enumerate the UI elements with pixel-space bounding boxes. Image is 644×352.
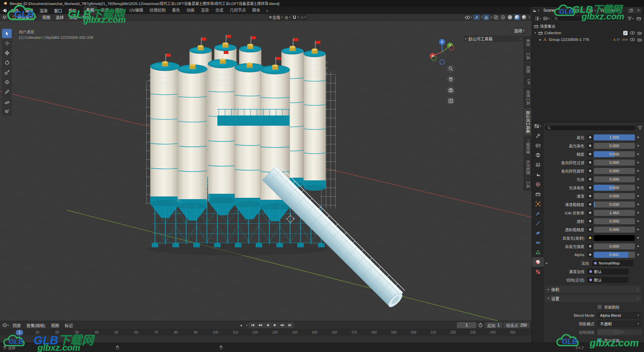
value-slider[interactable]: 1.000 bbox=[594, 134, 635, 140]
value-slider[interactable]: 0.508 bbox=[594, 151, 635, 157]
group-object-row[interactable]: ▶ Group-12233509-1-776 17 4 bbox=[532, 36, 644, 43]
tab-object-data[interactable] bbox=[532, 247, 544, 257]
workspace-tab[interactable]: 布局 bbox=[83, 6, 97, 14]
current-frame-field[interactable]: 1 bbox=[457, 322, 476, 328]
jump-to-start-button[interactable] bbox=[250, 322, 256, 328]
value-slider[interactable]: 0.000 bbox=[594, 143, 635, 149]
workspace-tab[interactable]: 雕刻 bbox=[112, 6, 126, 14]
value-slider[interactable]: 0.000 bbox=[594, 176, 635, 182]
sidebar-tab[interactable]: 材质工具 bbox=[524, 87, 532, 108]
3d-viewport[interactable]: ZYX 用户透视 (1) Collection | Obj3d66-122335… bbox=[0, 21, 532, 321]
menubar-menu[interactable]: 窗口 bbox=[51, 7, 65, 14]
tab-modifiers[interactable] bbox=[532, 209, 544, 218]
scale-tool[interactable] bbox=[2, 68, 12, 77]
tab-output[interactable] bbox=[532, 150, 544, 160]
tab-particles[interactable] bbox=[532, 218, 544, 228]
tab-material[interactable] bbox=[532, 257, 544, 267]
proportional-editing-toggle[interactable]: ○▾ bbox=[300, 14, 306, 20]
hide-eye-icon[interactable] bbox=[630, 31, 635, 35]
menubar-menu[interactable]: 编辑 bbox=[22, 7, 36, 14]
outliner-scope-button[interactable]: ▾ bbox=[543, 16, 550, 21]
decorator-button[interactable] bbox=[587, 235, 593, 241]
measure-tool[interactable] bbox=[2, 97, 12, 106]
animate-dot[interactable] bbox=[637, 237, 639, 239]
filter-funnel-icon[interactable] bbox=[638, 126, 642, 130]
sidebar-tab[interactable]: LM bbox=[524, 76, 532, 87]
decorator-button[interactable] bbox=[587, 243, 593, 249]
tab-viewlayer[interactable] bbox=[532, 160, 544, 170]
sidebar-tab[interactable]: 工具 bbox=[524, 50, 532, 62]
animate-dot[interactable] bbox=[637, 212, 639, 214]
decorator-button[interactable] bbox=[587, 201, 593, 207]
tab-collection[interactable] bbox=[532, 189, 544, 199]
playhead[interactable]: 1 bbox=[16, 330, 23, 335]
show-backface-checkbox[interactable]: ✓ bbox=[597, 338, 602, 343]
pivot-point-selector[interactable]: ◎▾ bbox=[284, 14, 291, 20]
settings-section-header[interactable]: ▾ 设置 :::: bbox=[545, 295, 641, 302]
workspace-tab[interactable]: 脚本 bbox=[249, 6, 263, 14]
frame-start-field[interactable]: 起始1 bbox=[485, 322, 502, 328]
viewlayer-browse-button[interactable]: ▾ bbox=[587, 8, 598, 13]
move-tool[interactable] bbox=[2, 48, 12, 58]
animate-dot[interactable] bbox=[637, 170, 639, 172]
animate-dot[interactable] bbox=[637, 203, 639, 205]
panel-drag-dots[interactable]: :::: bbox=[636, 297, 639, 300]
timeline-menu[interactable]: 标记 bbox=[62, 322, 75, 329]
gizmos-toggle[interactable]: ↗ bbox=[473, 14, 480, 20]
shading-solid-button[interactable] bbox=[507, 14, 513, 20]
animate-dot[interactable] bbox=[637, 136, 639, 138]
blend-mode-dropdown[interactable]: Alpha Blend▾ bbox=[597, 312, 642, 318]
scene-name[interactable]: Scene bbox=[541, 8, 570, 13]
decorator-button[interactable] bbox=[587, 151, 593, 157]
sidebar-tab[interactable]: 一键处理 bbox=[524, 136, 532, 157]
backface-culling-checkbox[interactable] bbox=[597, 305, 602, 309]
panel-drag-dots[interactable]: :::: bbox=[636, 288, 639, 291]
animate-dot[interactable] bbox=[637, 178, 639, 180]
viewport-menu[interactable]: 选择 bbox=[53, 14, 66, 20]
animate-dot[interactable] bbox=[637, 254, 639, 255]
decorator-button[interactable] bbox=[587, 143, 593, 149]
socket-dropdown[interactable]: Normal/Map bbox=[592, 260, 633, 266]
value-slider[interactable]: 0.000 bbox=[594, 227, 635, 233]
transform-orientation-selector[interactable]: ⊕ 全局 ▾ bbox=[268, 14, 283, 20]
timeline-menu[interactable]: 视图 bbox=[49, 322, 61, 329]
value-slider[interactable]: 0.500 bbox=[594, 185, 635, 191]
workspace-tab[interactable]: 动画 bbox=[183, 6, 198, 14]
sidebar-tab[interactable]: 视图 bbox=[524, 63, 532, 76]
value-slider[interactable]: 0.000 bbox=[594, 243, 635, 249]
tab-physics[interactable] bbox=[532, 228, 544, 238]
shading-wireframe-button[interactable] bbox=[500, 14, 506, 20]
animate-dot[interactable] bbox=[637, 145, 639, 146]
snapping-toggle[interactable]: ▾ bbox=[292, 14, 300, 20]
menubar-menu[interactable]: 文件 bbox=[8, 7, 22, 14]
expand-arrow-icon[interactable]: ► bbox=[544, 261, 549, 265]
animate-dot[interactable] bbox=[637, 220, 639, 222]
transform-tool[interactable] bbox=[2, 77, 12, 87]
socket-dropdown[interactable]: 默认 bbox=[587, 277, 629, 283]
decorator-button[interactable] bbox=[587, 168, 593, 174]
fbx-export-button[interactable]: ←FBX bbox=[102, 14, 110, 20]
expand-arrow-icon[interactable]: ▼ bbox=[534, 32, 537, 35]
decorator-button[interactable] bbox=[587, 218, 593, 224]
workspace-tab[interactable]: UV编辑 bbox=[126, 6, 146, 14]
fbx-import-button[interactable]: →FBX bbox=[94, 14, 102, 20]
properties-search-input[interactable] bbox=[544, 125, 636, 131]
shadow-mode-dropdown[interactable]: 不透明▾ bbox=[597, 321, 642, 327]
remove-viewlayer-button[interactable]: × bbox=[635, 8, 642, 13]
new-collection-button[interactable] bbox=[636, 16, 642, 21]
value-slider[interactable]: 0.000 bbox=[594, 160, 635, 166]
tab-world[interactable] bbox=[532, 179, 544, 189]
sidebar-panel-header[interactable]: ▸ 赵山河工具箱 :::: bbox=[464, 36, 523, 42]
hide-eye-icon[interactable] bbox=[630, 38, 635, 41]
add-workspace-button[interactable]: + bbox=[264, 8, 271, 14]
workspace-tab[interactable]: 几何节点 bbox=[227, 6, 249, 14]
decorator-button[interactable] bbox=[587, 252, 593, 257]
viewport-options-button[interactable]: 选项▾ bbox=[512, 27, 527, 34]
tab-texture[interactable] bbox=[532, 267, 544, 277]
decorator-button[interactable] bbox=[587, 176, 593, 182]
value-slider[interactable]: 0.000 bbox=[594, 218, 635, 224]
viewport-menu[interactable]: 物体 bbox=[80, 14, 93, 20]
render-camera-icon[interactable] bbox=[637, 38, 642, 42]
animate-dot[interactable] bbox=[637, 162, 639, 163]
emission-color-swatch[interactable] bbox=[594, 235, 635, 241]
